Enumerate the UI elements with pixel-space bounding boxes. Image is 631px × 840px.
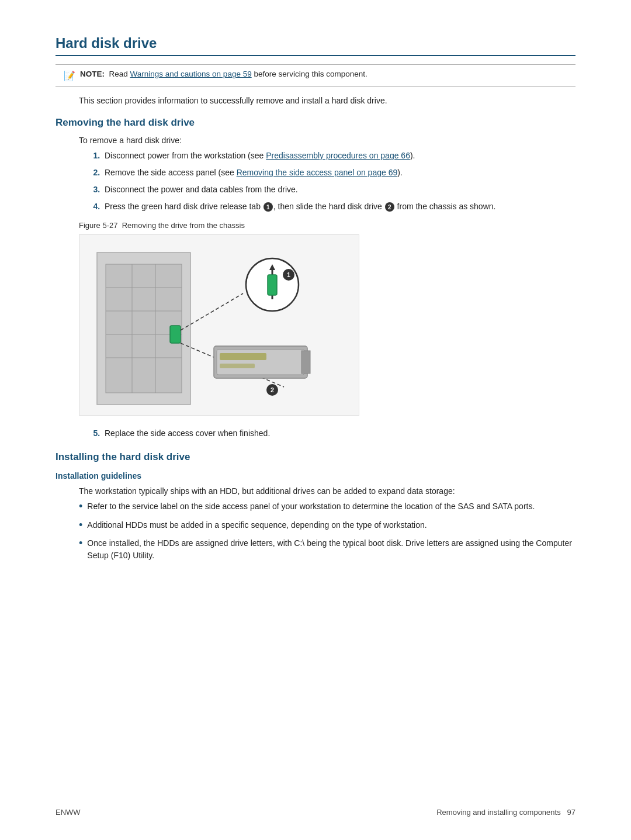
step-2: Remove the side access panel (see Removi… — [102, 167, 575, 179]
figure-image: 1 2 — [79, 234, 359, 416]
svg-text:2: 2 — [271, 386, 274, 393]
steps-list-2: Replace the side access cover when finis… — [56, 427, 575, 440]
note-label: NOTE: — [80, 70, 105, 78]
svg-text:1: 1 — [287, 271, 290, 278]
svg-rect-21 — [220, 353, 266, 360]
step-1: Disconnect power from the workstation (s… — [102, 150, 575, 162]
step-5: Replace the side access cover when finis… — [102, 427, 575, 440]
steps-intro: To remove a hard disk drive: — [56, 136, 575, 145]
warnings-link[interactable]: Warnings and cautions on page 59 — [130, 70, 252, 78]
svg-rect-22 — [220, 364, 255, 368]
bullet-2: Additional HDDs must be added in a speci… — [79, 519, 575, 532]
svg-rect-20 — [301, 351, 310, 374]
note-box: 📝 NOTE: Read Warnings and cautions on pa… — [56, 64, 575, 87]
removing-heading: Removing the hard disk drive — [56, 117, 575, 129]
installation-intro: The workstation typically ships with an … — [56, 486, 575, 496]
svg-rect-9 — [170, 326, 181, 343]
svg-rect-15 — [268, 275, 277, 295]
figure-label: Figure 5-27 Removing the drive from the … — [56, 221, 575, 230]
step-4: Press the green hard disk drive release … — [102, 201, 575, 213]
side-panel-link[interactable]: Removing the side access panel on page 6… — [237, 168, 398, 177]
bullet-1: Refer to the service label on the side a… — [79, 500, 575, 513]
circled-1: 1 — [264, 202, 273, 212]
figure-caption: Removing the drive from the chassis — [122, 221, 245, 230]
footer-left: ENWW — [56, 808, 81, 817]
figure-container: 1 2 — [56, 234, 575, 416]
bullet-3: Once installed, the HDDs are assigned dr… — [79, 537, 575, 562]
steps-list: Disconnect power from the workstation (s… — [56, 150, 575, 213]
note-after-text: before servicing this component. — [254, 70, 367, 78]
step-3: Disconnect the power and data cables fro… — [102, 184, 575, 196]
footer: ENWW Removing and installing components … — [0, 808, 631, 817]
installation-guidelines-heading: Installation guidelines — [56, 471, 575, 481]
footer-right: Removing and installing components 97 — [436, 808, 575, 817]
intro-text: This section provides information to suc… — [56, 96, 575, 105]
note-icon: 📝 — [64, 70, 75, 81]
note-text: NOTE: Read Warnings and cautions on page… — [80, 70, 367, 78]
circled-2: 2 — [385, 202, 394, 212]
page-title: Hard disk drive — [56, 35, 575, 56]
installing-heading: Installing the hard disk drive — [56, 451, 575, 463]
installation-bullets: Refer to the service label on the side a… — [56, 500, 575, 562]
predisassembly-link[interactable]: Predisassembly procedures on page 66 — [266, 151, 410, 160]
